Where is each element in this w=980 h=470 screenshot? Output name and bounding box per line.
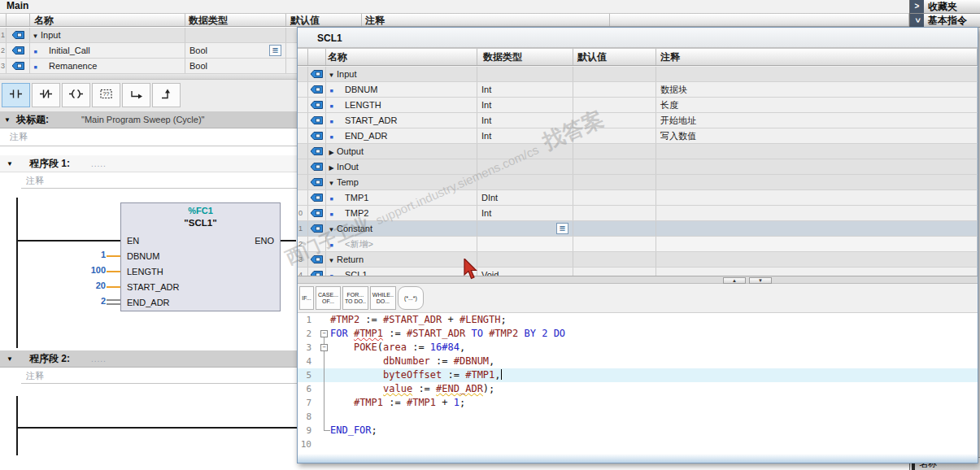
cell-comment[interactable] <box>656 67 978 81</box>
splitter-collapse-up-button[interactable]: ▲ <box>723 277 746 284</box>
cell-comment[interactable] <box>656 268 978 276</box>
table-row[interactable]: ▼Input <box>298 67 978 82</box>
snippet-button[interactable]: WHILE..DO... <box>370 286 396 310</box>
cell-name[interactable]: ■Remanence <box>30 59 185 73</box>
cell-data-type[interactable] <box>477 237 573 251</box>
cell-data-type[interactable] <box>185 28 286 42</box>
column-header-comment[interactable]: 注释 <box>656 49 978 65</box>
cell-comment[interactable] <box>656 159 978 174</box>
scl-window-title[interactable]: SCL1 <box>298 28 978 48</box>
favorites-section-header[interactable]: > 收藏夹 <box>910 0 980 14</box>
fold-collapse-icon[interactable]: − <box>320 330 328 337</box>
cell-name[interactable]: ■TMP1 <box>326 190 477 205</box>
basic-instructions-section-header[interactable]: > 基本指令 <box>910 14 980 28</box>
column-header-default[interactable]: 默认值 <box>286 14 362 26</box>
cell-default-value[interactable] <box>573 113 656 128</box>
table-row[interactable]: ■START_ADRInt开始地址 <box>298 113 978 128</box>
param-value[interactable]: 2 <box>65 296 106 306</box>
cell-default-value[interactable] <box>573 206 656 220</box>
collapse-triangle-icon[interactable]: ▼ <box>4 111 11 128</box>
cell-name[interactable]: ■TMP2 <box>326 206 477 220</box>
chevron-right-icon[interactable]: > <box>910 0 924 13</box>
cell-comment[interactable]: 长度 <box>656 98 978 112</box>
collapse-triangle-icon[interactable]: ▼ <box>7 155 13 172</box>
collapse-triangle-icon[interactable]: ▼ <box>7 350 13 368</box>
contact-nc-button[interactable] <box>32 83 60 107</box>
table-row[interactable]: ▶InOut <box>298 159 978 175</box>
expand-right-icon[interactable]: ▶ <box>326 146 337 159</box>
cell-name[interactable]: ■Initial_Call <box>30 43 185 58</box>
cell-name[interactable]: ▼Input <box>30 28 185 42</box>
param-value[interactable]: 20 <box>65 281 106 290</box>
param-value[interactable]: 1 <box>65 250 106 259</box>
cell-comment[interactable] <box>656 175 978 189</box>
column-header-type[interactable]: 数据类型 <box>477 49 573 65</box>
expand-right-icon[interactable]: ▶ <box>326 161 337 174</box>
cell-data-type[interactable] <box>477 175 573 189</box>
cell-name[interactable]: ■LENGTH <box>326 98 477 112</box>
table-row[interactable]: ■END_ADRInt写入数值 <box>298 128 978 144</box>
expand-down-icon[interactable]: ▼ <box>326 68 337 81</box>
cell-comment[interactable] <box>656 252 978 267</box>
cell-default-value[interactable] <box>573 190 656 205</box>
cell-comment[interactable]: 开始地址 <box>656 113 978 128</box>
column-header-name[interactable]: 名称 <box>326 49 477 65</box>
fold-collapse-icon[interactable]: − <box>320 344 328 351</box>
cell-comment[interactable] <box>656 144 978 159</box>
cell-name[interactable]: ▶Output <box>326 144 477 159</box>
block-en-pin[interactable]: EN <box>127 236 139 246</box>
cell-data-type[interactable]: Int <box>477 128 573 143</box>
table-row[interactable]: ■LENGTHInt长度 <box>298 98 978 113</box>
cell-comment[interactable]: 写入数值 <box>656 128 978 143</box>
table-row[interactable]: ▼Temp <box>298 175 978 190</box>
cell-data-type[interactable]: Int <box>477 113 573 128</box>
cell-default-value[interactable] <box>573 144 656 159</box>
column-header-default[interactable]: 默认值 <box>573 49 656 65</box>
cell-name[interactable]: ■END_ADR <box>326 128 477 143</box>
cell-data-type[interactable] <box>477 159 573 174</box>
cell-data-type[interactable]: Int <box>477 82 573 97</box>
block-param-START_ADR[interactable]: START_ADR <box>127 282 179 292</box>
block-title-bar[interactable]: ▼ 块标题: "Main Program Sweep (Cycle)" <box>0 111 297 128</box>
splitter-collapse-down-button[interactable]: ▼ <box>749 277 772 284</box>
cell-default-value[interactable] <box>573 67 656 81</box>
cell-name[interactable]: ▼Constant <box>326 221 477 236</box>
scl-code-editor[interactable]: 1#TMP2 := #START_ADR + #LENGTH;2FOR #TMP… <box>298 313 978 454</box>
expand-down-icon[interactable]: ▼ <box>30 29 41 42</box>
cell-default-value[interactable] <box>573 128 656 143</box>
block-param-DBNUM[interactable]: DBNUM <box>127 251 159 261</box>
expand-down-icon[interactable]: ▼ <box>326 254 337 267</box>
value-list-button[interactable]: ≣ <box>269 45 281 56</box>
cell-data-type[interactable]: Bool <box>185 59 286 73</box>
snippet-button[interactable]: CASE...OF... <box>316 286 341 310</box>
cell-name[interactable]: ■START_ADR <box>326 113 477 128</box>
cell-data-type[interactable] <box>477 67 573 81</box>
network-1-header[interactable]: ▼ 程序段 1: ..... <box>0 155 297 172</box>
cell-comment[interactable]: 数据块 <box>656 82 978 97</box>
cell-data-type[interactable]: Bool≣ <box>185 43 286 58</box>
cell-default-value[interactable] <box>573 159 656 174</box>
open-branch-button[interactable] <box>122 83 150 107</box>
column-header-name[interactable]: 名称 <box>30 14 185 26</box>
network-1-comment-field[interactable]: 注释 <box>21 172 297 189</box>
interface-code-splitter[interactable]: ▲ ▼ <box>298 276 978 284</box>
column-header-type[interactable]: 数据类型 <box>185 14 286 26</box>
cell-comment[interactable] <box>656 206 978 220</box>
param-value[interactable]: 100 <box>65 265 106 275</box>
block-comment-field[interactable]: 注释 <box>0 128 297 146</box>
cell-data-type[interactable]: Int <box>477 98 573 112</box>
fc-call-block[interactable]: %FC1 "SCL1" EN ENO DBNUMLENGTHSTART_ADRE… <box>120 202 281 311</box>
cell-default-value[interactable] <box>573 268 656 276</box>
cell-default-value[interactable] <box>573 237 656 251</box>
close-branch-button[interactable] <box>152 83 181 107</box>
block-param-END_ADR[interactable]: END_ADR <box>127 298 170 307</box>
cell-default-value[interactable] <box>573 175 656 189</box>
cell-default-value[interactable] <box>573 82 656 97</box>
cell-name[interactable]: ■SCL1 <box>326 268 477 276</box>
cell-data-type[interactable]: ≣ <box>477 221 573 236</box>
cell-comment[interactable] <box>656 221 978 236</box>
cell-name[interactable]: ▼Temp <box>326 175 477 189</box>
cell-name[interactable]: ▼Return <box>326 252 477 267</box>
cell-data-type[interactable]: Int <box>477 206 573 220</box>
contact-no-button[interactable] <box>2 83 30 107</box>
